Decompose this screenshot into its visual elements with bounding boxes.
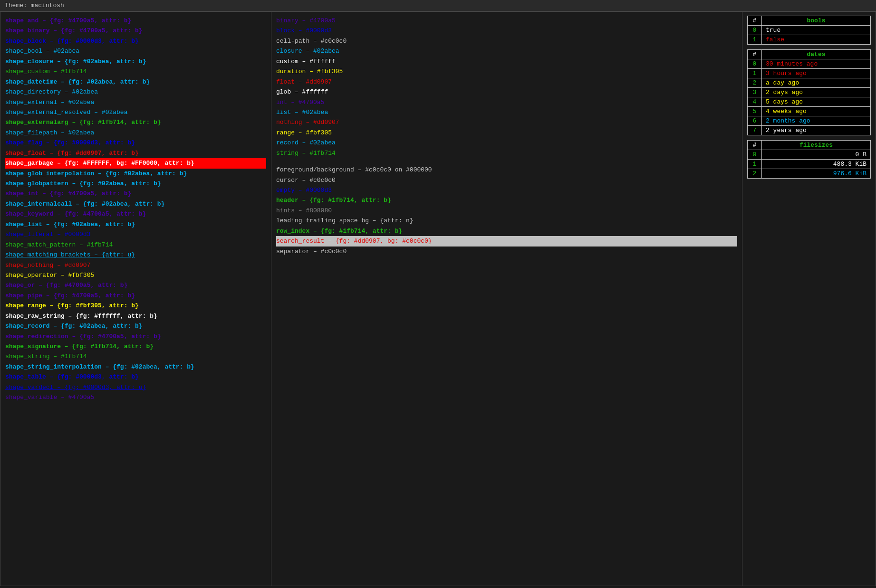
list-item: float – #dd0907 bbox=[276, 77, 737, 87]
list-item: record – #02abea bbox=[276, 138, 737, 148]
list-item: shape_bool – #02abea bbox=[5, 46, 266, 56]
theme-bar: Theme: macintosh bbox=[0, 0, 876, 11]
list-item: shape_raw_string – {fg: #ffffff, attr: b… bbox=[5, 311, 266, 321]
list-item: shape_binary – {fg: #4700a5, attr: b} bbox=[5, 26, 266, 36]
list-item: row_index – {fg: #1fb714, attr: b} bbox=[276, 226, 737, 236]
list-item: shape_flag – {fg: #0000d3, attr: b} bbox=[5, 138, 266, 148]
list-item: int – #4700a5 bbox=[276, 97, 737, 107]
table-row: 00 B bbox=[748, 150, 871, 160]
list-item: shape_redirection – {fg: #4700a5, attr: … bbox=[5, 332, 266, 341]
panel-table-wrapper: #filesizes00 B1488.3 KiB2976.6 KiB bbox=[747, 140, 871, 179]
list-item: shape_int – {fg: #4700a5, attr: b} bbox=[5, 189, 266, 199]
list-item: shape_closure – {fg: #02abea, attr: b} bbox=[5, 57, 266, 66]
list-item: search_result – {fg: #dd0907, bg: #c0c0c… bbox=[276, 236, 737, 246]
list-item: header – {fg: #1fb714, attr: b} bbox=[276, 195, 737, 205]
table-row: 2976.6 KiB bbox=[748, 169, 871, 179]
theme-label: Theme: macintosh bbox=[5, 2, 64, 9]
list-item: shape_keyword – {fg: #4700a5, attr: b} bbox=[5, 209, 266, 219]
list-item: shape_float – {fg: #dd0907, attr: b} bbox=[5, 148, 266, 158]
list-item: shape_internalcall – {fg: #02abea, attr:… bbox=[5, 199, 266, 209]
list-item: custom – #ffffff bbox=[276, 57, 737, 66]
list-item: shape_vardecl – {fg: #0000d3, attr: u} bbox=[5, 382, 266, 392]
list-item: cursor – #c0c0c0 bbox=[276, 175, 737, 185]
list-item: shape_block – {fg: #0000d3, attr: b} bbox=[5, 36, 266, 46]
list-item: nothing – #dd0907 bbox=[276, 117, 737, 127]
list-item: leading_trailing_space_bg – {attr: n} bbox=[276, 216, 737, 226]
list-item: shape_list – {fg: #02abea, attr: b} bbox=[5, 219, 266, 229]
list-item: shape_record – {fg: #02abea, attr: b} bbox=[5, 321, 266, 331]
list-item: empty – #0000d3 bbox=[276, 185, 737, 195]
list-item: range – #fbf305 bbox=[276, 128, 737, 138]
list-item: shape_and – {fg: #4700a5, attr: b} bbox=[5, 16, 266, 26]
table-row: 1false bbox=[748, 35, 871, 45]
list-item: shape_datetime – {fg: #02abea, attr: b} bbox=[5, 77, 266, 87]
list-item: shape_table – {fg: #0000d3, attr: b} bbox=[5, 372, 266, 382]
list-item: binary – #4700a5 bbox=[276, 16, 737, 26]
list-item: closure – #02abea bbox=[276, 46, 737, 56]
main-container: shape_and – {fg: #4700a5, attr: b}shape_… bbox=[0, 11, 876, 586]
list-item: shape_string – #1fb714 bbox=[5, 351, 266, 361]
table-row: 72 years ago bbox=[748, 126, 871, 135]
right-column: #bools0true1false#dates030 minutes ago13… bbox=[742, 12, 876, 586]
list-item: shape_directory – #02abea bbox=[5, 87, 266, 97]
list-item: list – #02abea bbox=[276, 107, 737, 117]
list-item: shape_custom – #1fb714 bbox=[5, 66, 266, 76]
list-item: shape_range – {fg: #fbf305, attr: b} bbox=[5, 301, 266, 311]
table-row: 1488.3 KiB bbox=[748, 160, 871, 169]
panel-table: #filesizes00 B1488.3 KiB2976.6 KiB bbox=[747, 140, 871, 179]
panel-table: #dates030 minutes ago13 hours ago2a day … bbox=[747, 49, 871, 135]
list-item: shape_variable – #4700a5 bbox=[5, 392, 266, 402]
list-item: shape_nothing – #dd0907 bbox=[5, 260, 266, 270]
table-row: 32 days ago bbox=[748, 88, 871, 97]
list-item: shape_filepath – #02abea bbox=[5, 128, 266, 138]
table-row: 54 weeks ago bbox=[748, 107, 871, 116]
table-row: 45 days ago bbox=[748, 97, 871, 107]
list-item: shape_literal – #0000d3 bbox=[5, 229, 266, 239]
list-item: shape_matching_brackets – {attr: u} bbox=[5, 250, 266, 260]
list-item: shape_or – {fg: #4700a5, attr: b} bbox=[5, 280, 266, 290]
list-item: shape_externalarg – {fg: #1fb714, attr: … bbox=[5, 117, 266, 127]
list-item: shape_pipe – {fg: #4700a5, attr: b} bbox=[5, 291, 266, 301]
list-item: duration – #fbf305 bbox=[276, 66, 737, 76]
table-row: 030 minutes ago bbox=[748, 59, 871, 69]
list-item: shape_signature – {fg: #1fb714, attr: b} bbox=[5, 341, 266, 351]
mid-column: binary – #4700a5block – #0000d3cell-path… bbox=[271, 12, 742, 586]
list-item: shape_globpattern – {fg: #02abea, attr: … bbox=[5, 179, 266, 189]
table-row: 13 hours ago bbox=[748, 69, 871, 78]
list-item: glob – #ffffff bbox=[276, 87, 737, 97]
panel-table-wrapper: #dates030 minutes ago13 hours ago2a day … bbox=[747, 49, 871, 135]
list-item: hints – #808080 bbox=[276, 206, 737, 216]
table-row: 62 months ago bbox=[748, 116, 871, 126]
table-row: 0true bbox=[748, 26, 871, 35]
panel-table: #bools0true1false bbox=[747, 16, 871, 45]
list-item: shape_garbage – {fg: #FFFFFF, bg: #FF000… bbox=[5, 158, 266, 168]
list-item: string – #1fb714 bbox=[276, 148, 737, 158]
list-item: block – #0000d3 bbox=[276, 26, 737, 36]
list-item: shape_external – #02abea bbox=[5, 97, 266, 107]
panel-table-wrapper: #bools0true1false bbox=[747, 16, 871, 45]
list-item: foreground/background – #c0c0c0 on #0000… bbox=[276, 165, 737, 175]
list-item: separator – #c0c0c0 bbox=[276, 247, 737, 256]
list-item: shape_external_resolved – #02abea bbox=[5, 107, 266, 117]
list-item: shape_match_pattern – #1fb714 bbox=[5, 240, 266, 250]
left-column: shape_and – {fg: #4700a5, attr: b}shape_… bbox=[0, 12, 271, 586]
list-item: shape_operator – #fbf305 bbox=[5, 270, 266, 280]
table-row: 2a day ago bbox=[748, 78, 871, 88]
list-item: cell-path – #c0c0c0 bbox=[276, 36, 737, 46]
list-item: shape_glob_interpolation – {fg: #02abea,… bbox=[5, 169, 266, 179]
list-item: shape_string_interpolation – {fg: #02abe… bbox=[5, 362, 266, 372]
